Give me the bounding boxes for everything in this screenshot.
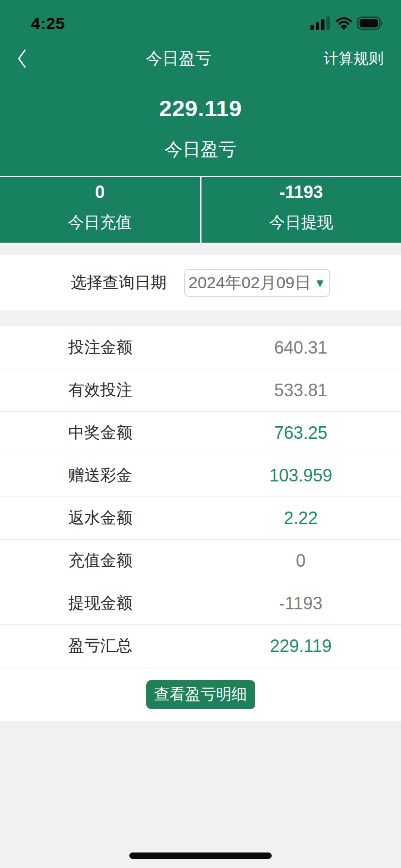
table-row: 返水金额 2.22 bbox=[0, 497, 401, 540]
footer-area bbox=[0, 721, 401, 868]
today-summary: 229.119 今日盈亏 bbox=[0, 70, 401, 176]
row-label: 返水金额 bbox=[0, 507, 200, 529]
wifi-icon bbox=[336, 17, 352, 30]
deposit-withdraw-summary: 0 今日充值 -1193 今日提现 bbox=[0, 176, 401, 243]
status-time: 4:25 bbox=[31, 14, 65, 33]
cellular-signal-icon bbox=[310, 16, 331, 30]
calculation-rules-link[interactable]: 计算规则 bbox=[321, 48, 384, 69]
battery-icon bbox=[357, 16, 384, 30]
page-title: 今日盈亏 bbox=[37, 47, 321, 70]
row-value: 229.119 bbox=[200, 636, 401, 656]
today-deposit-cell: 0 今日充值 bbox=[0, 177, 200, 243]
button-row: 查看盈亏明细 bbox=[0, 667, 401, 721]
today-profit-label: 今日盈亏 bbox=[0, 140, 401, 159]
date-picker-label: 选择查询日期 bbox=[71, 272, 167, 294]
row-value: 763.25 bbox=[200, 423, 401, 443]
table-row: 提现金额 -1193 bbox=[0, 582, 401, 625]
table-row: 赠送彩金 103.959 bbox=[0, 454, 401, 497]
table-row: 盈亏汇总 229.119 bbox=[0, 625, 401, 667]
dropdown-caret-icon: ▼ bbox=[314, 277, 326, 289]
date-picker[interactable]: 2024年02月09日 ▼ bbox=[184, 269, 330, 297]
table-row: 有效投注 533.81 bbox=[0, 369, 401, 412]
row-value: 533.81 bbox=[200, 380, 401, 401]
table-row: 投注金额 640.31 bbox=[0, 326, 401, 369]
today-withdraw-cell: -1193 今日提现 bbox=[201, 177, 401, 243]
view-profit-details-button[interactable]: 查看盈亏明细 bbox=[146, 680, 255, 709]
chevron-left-icon bbox=[17, 49, 26, 68]
details-table: 投注金额 640.31 有效投注 533.81 中奖金额 763.25 赠送彩金… bbox=[0, 326, 401, 667]
table-row: 中奖金额 763.25 bbox=[0, 412, 401, 454]
home-indicator[interactable] bbox=[129, 852, 272, 859]
row-label: 有效投注 bbox=[0, 379, 200, 401]
status-bar: 4:25 bbox=[0, 0, 401, 34]
today-deposit-value: 0 bbox=[95, 183, 105, 202]
header: 4:25 bbox=[0, 0, 401, 243]
today-deposit-label: 今日充值 bbox=[68, 214, 132, 231]
row-label: 盈亏汇总 bbox=[0, 635, 200, 657]
section-gap bbox=[0, 243, 401, 255]
row-value: -1193 bbox=[200, 593, 401, 614]
table-row: 充值金额 0 bbox=[0, 540, 401, 582]
today-withdraw-label: 今日提现 bbox=[269, 214, 333, 231]
row-value: 103.959 bbox=[200, 465, 401, 486]
row-value: 0 bbox=[200, 551, 401, 571]
date-picker-value: 2024年02月09日 bbox=[188, 272, 311, 294]
status-icons bbox=[310, 16, 384, 30]
date-filter-row: 选择查询日期 2024年02月09日 ▼ bbox=[0, 255, 401, 310]
today-profit-amount: 229.119 bbox=[0, 94, 401, 123]
row-label: 投注金额 bbox=[0, 337, 200, 358]
row-label: 赠送彩金 bbox=[0, 465, 200, 486]
today-withdraw-value: -1193 bbox=[279, 183, 323, 202]
nav-bar: 今日盈亏 计算规则 bbox=[0, 34, 401, 70]
back-button[interactable] bbox=[17, 48, 37, 69]
row-label: 中奖金额 bbox=[0, 422, 200, 444]
row-label: 充值金额 bbox=[0, 550, 200, 572]
today-profit-loss-screen: 4:25 bbox=[0, 0, 401, 868]
row-label: 提现金额 bbox=[0, 592, 200, 614]
row-value: 2.22 bbox=[200, 508, 401, 528]
row-value: 640.31 bbox=[200, 338, 401, 358]
section-gap bbox=[0, 310, 401, 326]
